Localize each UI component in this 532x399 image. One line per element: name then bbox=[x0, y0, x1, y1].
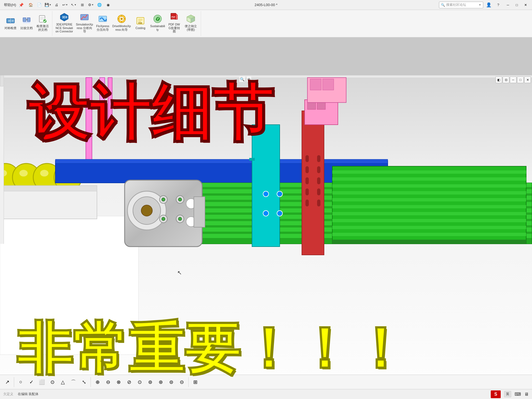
bt-tri[interactable]: △ bbox=[58, 377, 68, 388]
svg-point-92 bbox=[162, 217, 165, 221]
tool-drive-works[interactable]: DriveWorksXpress 向导 bbox=[112, 12, 132, 34]
cad-model bbox=[0, 75, 532, 399]
tool-compare-docs-label: 比较文档 bbox=[20, 26, 33, 30]
tool-pdf-dwg[interactable]: PDF DWG PDF DWG批量转图 bbox=[167, 12, 181, 34]
status-lang[interactable]: 英 bbox=[504, 391, 511, 397]
maximize-btn[interactable]: □ bbox=[513, 1, 521, 9]
svg-rect-104 bbox=[317, 155, 320, 162]
bt-cursor[interactable]: ↗ bbox=[2, 377, 12, 388]
svg-rect-54 bbox=[100, 78, 105, 127]
tool-costing[interactable]: ¥$€ Costing bbox=[133, 12, 148, 34]
svg-point-82 bbox=[277, 211, 282, 216]
svg-point-18 bbox=[86, 15, 87, 16]
svg-rect-99 bbox=[305, 155, 309, 162]
grid-icon[interactable]: ⊞ bbox=[78, 1, 86, 9]
svg-point-22 bbox=[120, 18, 123, 20]
settings-icon[interactable]: ⚙▼ bbox=[87, 1, 95, 9]
viewport-grid-btn[interactable]: ⊡ bbox=[503, 76, 509, 83]
bt-add[interactable]: ⊕ bbox=[92, 377, 102, 388]
tool-flo-xpress[interactable]: FloXpress 分压向导 bbox=[95, 12, 110, 34]
cad-canvas[interactable]: ◧ ⊡ ─ □ ✕ 🔍 ⊕ ◄ 设计细节 非常重要！！！ ↖ bbox=[0, 75, 532, 399]
bt-grid[interactable]: ⊞ bbox=[190, 377, 200, 388]
viewport-minimize-btn[interactable]: ─ bbox=[510, 76, 516, 83]
status-icon-keyboard: ⌨ bbox=[515, 392, 521, 397]
tool-symmetry-check[interactable]: 对 对 对称检查 bbox=[3, 12, 18, 34]
tool-3dexperience[interactable]: 3DX 3DEXPERIENCE Simulation Connector bbox=[55, 12, 74, 34]
svg-text:DWG: DWG bbox=[171, 19, 176, 20]
help-icon[interactable]: ? bbox=[494, 1, 502, 9]
globe-icon[interactable]: 🌐 bbox=[96, 1, 103, 9]
viewport-left-panel: ◄ bbox=[0, 75, 4, 244]
svg-text:对: 对 bbox=[11, 19, 14, 22]
statusbar: 欠定义 在编辑 装配体 S 英 ⌨ 🖥 bbox=[0, 389, 532, 399]
svg-text:PDF: PDF bbox=[171, 16, 176, 18]
sw-icon[interactable]: ◉ bbox=[104, 1, 112, 9]
svg-rect-55 bbox=[108, 78, 112, 122]
svg-point-90 bbox=[178, 198, 182, 201]
svg-point-94 bbox=[178, 217, 182, 221]
user-icon[interactable]: 👤 bbox=[485, 1, 493, 9]
svg-rect-126 bbox=[323, 79, 334, 90]
bt-empty[interactable]: ⊘ bbox=[124, 377, 134, 388]
svg-rect-116 bbox=[332, 191, 526, 195]
tool-drive-works-label: DriveWorksXpress 向导 bbox=[112, 24, 131, 31]
titlebar: 帮助(H) 📌 🏠 📄 💾▼ 🖨 ↩▼ ↖▼ ⊞ ⚙▼ 🌐 ◉ 2405-L00… bbox=[0, 0, 532, 10]
bt-equal[interactable]: ⊜ bbox=[166, 377, 176, 388]
svg-rect-52 bbox=[0, 186, 97, 191]
statusbar-right: S 英 ⌨ 🖥 bbox=[491, 390, 529, 398]
bt-sep2 bbox=[91, 377, 91, 387]
window-controls: ─ □ ✕ bbox=[504, 1, 530, 9]
bt-cross[interactable]: ⊗ bbox=[114, 377, 124, 388]
svg-rect-120 bbox=[332, 219, 526, 222]
svg-point-80 bbox=[263, 211, 269, 216]
bt-sub[interactable]: ⊖ bbox=[103, 377, 113, 388]
help-menu[interactable]: 帮助(H) bbox=[2, 2, 18, 8]
bt-sep3 bbox=[188, 377, 189, 387]
home-icon[interactable]: 🏠 bbox=[27, 1, 35, 9]
tool-check-active[interactable]: 检查激活的文档 bbox=[35, 12, 50, 34]
viewport-controls: ◧ ⊡ ─ □ ✕ bbox=[495, 76, 531, 83]
tool-sustainability-label: Sustainability bbox=[150, 24, 165, 31]
svg-rect-118 bbox=[332, 205, 526, 208]
tool-simulation-xpress[interactable]: SimulationXpress 分析向导 bbox=[75, 12, 94, 34]
canvas-tool-1[interactable]: 🔍 bbox=[239, 76, 245, 82]
left-panel-toggle[interactable]: ◄ bbox=[0, 75, 4, 86]
viewport-close-btn[interactable]: ✕ bbox=[524, 76, 531, 83]
cursor-icon[interactable]: ↖▼ bbox=[70, 1, 78, 9]
tool-立体图[interactable]: 便之纳立(带图) bbox=[183, 12, 199, 34]
tool-sustainability[interactable]: Sustainability bbox=[149, 12, 166, 34]
save-dropdown[interactable]: 💾▼ bbox=[44, 1, 52, 9]
bt-rect[interactable]: ⬜ bbox=[37, 377, 47, 388]
svg-rect-101 bbox=[305, 177, 309, 184]
bt-check[interactable]: ✓ bbox=[26, 377, 36, 388]
tool-立体图-label: 便之纳立(带图) bbox=[183, 24, 199, 31]
tool-check-active-label: 检查激活的文档 bbox=[35, 24, 50, 31]
bt-ring[interactable]: ⊚ bbox=[145, 377, 155, 388]
tool-3dexperience-label: 3DEXPERIENCE Simulation Connector bbox=[55, 23, 73, 33]
viewport-restore-btn[interactable]: □ bbox=[517, 76, 524, 83]
close-btn[interactable]: ✕ bbox=[521, 1, 530, 9]
file-icon[interactable]: 📄 bbox=[35, 1, 43, 9]
bt-resize[interactable]: ⤡ bbox=[79, 377, 89, 388]
undo-icon[interactable]: ↩▼ bbox=[61, 1, 69, 9]
svg-rect-42 bbox=[0, 216, 138, 355]
svg-text:3DX: 3DX bbox=[62, 16, 68, 19]
bt-minus-circle[interactable]: ⊝ bbox=[177, 377, 187, 388]
svg-rect-108 bbox=[317, 200, 320, 206]
tool-flo-label: FloXpress 分压向导 bbox=[96, 24, 110, 31]
search-box[interactable]: 🔍 搜索社区论坛 ▼ bbox=[439, 2, 483, 8]
bt-star[interactable]: ⊛ bbox=[156, 377, 166, 388]
svg-rect-106 bbox=[317, 177, 320, 184]
tool-compare-docs[interactable]: 比较文档 bbox=[19, 12, 34, 34]
print-icon[interactable]: 🖨 bbox=[53, 1, 60, 9]
bt-dot[interactable]: ⊙ bbox=[47, 377, 57, 388]
viewport-expand-btn[interactable]: ◧ bbox=[495, 76, 502, 83]
svg-rect-78 bbox=[249, 158, 255, 161]
canvas-tool-2[interactable]: ⊕ bbox=[247, 76, 251, 82]
svg-rect-119 bbox=[332, 212, 526, 215]
bt-dot2[interactable]: ⊙ bbox=[135, 377, 145, 388]
pin-icon[interactable]: 📌 bbox=[19, 3, 24, 7]
bt-circle[interactable]: ○ bbox=[16, 377, 26, 388]
minimize-btn[interactable]: ─ bbox=[504, 1, 512, 9]
bt-arc[interactable]: ⌒ bbox=[68, 377, 78, 388]
